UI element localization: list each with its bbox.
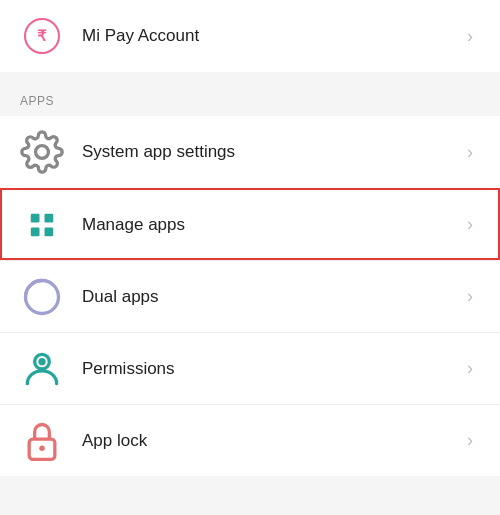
svg-rect-4: [45, 227, 54, 236]
dual-apps-icon-container: [20, 275, 64, 319]
svg-point-7: [38, 358, 45, 365]
manage-apps-chevron-icon: ›: [460, 215, 480, 235]
dual-apps-label: Dual apps: [82, 287, 460, 307]
apps-section-header: APPS: [0, 80, 500, 116]
permissions-menu-item[interactable]: Permissions ›: [0, 332, 500, 404]
app-lock-chevron-icon: ›: [460, 431, 480, 451]
section-divider: [0, 72, 500, 80]
gear-icon-container: [20, 130, 64, 174]
app-lock-icon-container: [20, 419, 64, 463]
svg-rect-2: [45, 213, 54, 222]
manage-apps-label: Manage apps: [82, 215, 460, 235]
system-app-settings-label: System app settings: [82, 142, 460, 162]
system-app-settings-chevron-icon: ›: [460, 142, 480, 162]
permissions-icon-container: [20, 347, 64, 391]
apps-grid-icon: [27, 210, 57, 240]
permissions-chevron-icon: ›: [460, 359, 480, 379]
mi-pay-icon-container: ₹: [20, 14, 64, 58]
mi-pay-label: Mi Pay Account: [82, 26, 460, 46]
dual-icon: [20, 275, 64, 319]
svg-point-9: [39, 445, 45, 451]
dual-apps-menu-item[interactable]: Dual apps ›: [0, 260, 500, 332]
svg-rect-1: [31, 213, 40, 222]
manage-apps-menu-item[interactable]: Manage apps ›: [0, 188, 500, 260]
system-app-settings-menu-item[interactable]: System app settings ›: [0, 116, 500, 188]
lock-icon: [20, 419, 64, 463]
mi-pay-menu-item[interactable]: ₹ Mi Pay Account ›: [0, 0, 500, 72]
svg-rect-3: [31, 227, 40, 236]
manage-apps-icon-container: [20, 203, 64, 247]
rupee-symbol: ₹: [37, 27, 47, 45]
permissions-label: Permissions: [82, 359, 460, 379]
gear-icon: [20, 130, 64, 174]
mi-pay-icon: ₹: [24, 18, 60, 54]
dual-apps-chevron-icon: ›: [460, 287, 480, 307]
app-lock-label: App lock: [82, 431, 460, 451]
permissions-icon: [20, 347, 64, 391]
svg-point-0: [36, 146, 49, 159]
mi-pay-chevron-icon: ›: [460, 26, 480, 46]
app-lock-menu-item[interactable]: App lock ›: [0, 404, 500, 476]
